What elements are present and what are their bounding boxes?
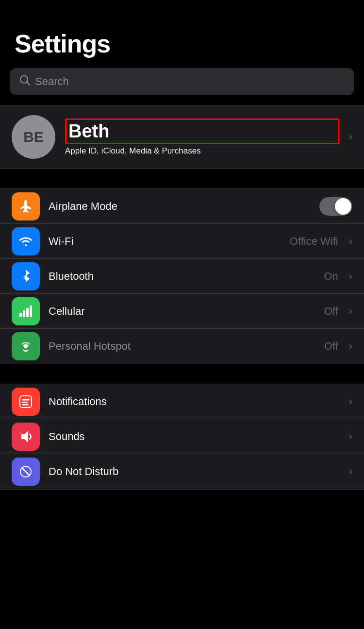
chevron-right-icon: › [349, 131, 352, 143]
cellular-chevron: › [349, 305, 352, 318]
hotspot-label: Personal Hotspot [49, 340, 315, 353]
notifications-label: Notifications [49, 395, 340, 408]
avatar: BE [12, 115, 55, 159]
connectivity-group: Airplane Mode Wi-Fi Office Wifi › [0, 188, 364, 364]
notifications-icon [12, 388, 40, 416]
settings-page: Settings Search BE Beth Apple ID, iCloud… [0, 0, 364, 490]
cellular-value: Off [324, 305, 338, 318]
do-not-disturb-icon [12, 458, 40, 486]
do-not-disturb-label: Do Not Disturb [49, 465, 340, 478]
notifications-row[interactable]: Notifications › [0, 384, 364, 419]
profile-name: Beth [65, 119, 339, 144]
page-title: Settings [15, 29, 349, 58]
wifi-value: Office Wifi [290, 235, 338, 248]
section-gap-2 [0, 364, 364, 384]
svg-rect-3 [23, 310, 25, 317]
sounds-chevron: › [349, 430, 352, 443]
cellular-label: Cellular [49, 305, 315, 318]
bluetooth-chevron: › [349, 270, 352, 283]
wifi-icon [12, 227, 40, 255]
svg-rect-12 [22, 404, 29, 406]
notifications-group: Notifications › Sounds › Do Not Disturb … [0, 384, 364, 490]
airplane-mode-toggle[interactable] [319, 197, 352, 216]
header: Settings [0, 0, 364, 68]
svg-line-1 [27, 82, 30, 85]
airplane-mode-icon [12, 192, 40, 221]
airplane-mode-row[interactable]: Airplane Mode [0, 189, 364, 224]
bluetooth-icon [12, 262, 40, 290]
avatar-initials: BE [23, 129, 44, 145]
do-not-disturb-chevron: › [349, 465, 352, 478]
search-container: Search [0, 68, 364, 105]
wifi-chevron: › [349, 235, 352, 248]
hotspot-row[interactable]: Personal Hotspot Off › [0, 329, 364, 364]
hotspot-chevron: › [349, 340, 352, 353]
profile-subtitle: Apple ID, iCloud, Media & Purchases [65, 146, 339, 156]
notifications-chevron: › [349, 395, 352, 408]
airplane-mode-label: Airplane Mode [49, 200, 311, 213]
sounds-label: Sounds [49, 430, 340, 443]
cellular-icon [12, 297, 40, 325]
hotspot-value: Off [324, 340, 338, 353]
wifi-row[interactable]: Wi-Fi Office Wifi › [0, 224, 364, 259]
bluetooth-row[interactable]: Bluetooth On › [0, 259, 364, 294]
sounds-icon [12, 423, 40, 451]
profile-section: BE Beth Apple ID, iCloud, Media & Purcha… [0, 105, 364, 169]
bluetooth-value: On [324, 270, 338, 283]
svg-marker-13 [21, 431, 28, 442]
search-bar[interactable]: Search [10, 68, 354, 95]
airplane-mode-toggle-knob [335, 198, 351, 215]
profile-info: Beth Apple ID, iCloud, Media & Purchases [65, 119, 339, 156]
svg-rect-10 [22, 399, 30, 401]
bluetooth-label: Bluetooth [49, 270, 315, 283]
wifi-label: Wi-Fi [49, 235, 281, 248]
search-icon [19, 75, 30, 88]
hotspot-icon [12, 332, 40, 360]
sounds-row[interactable]: Sounds › [0, 419, 364, 454]
svg-rect-2 [19, 313, 22, 317]
profile-row[interactable]: BE Beth Apple ID, iCloud, Media & Purcha… [0, 105, 364, 169]
do-not-disturb-row[interactable]: Do Not Disturb › [0, 454, 364, 489]
svg-rect-4 [26, 308, 29, 317]
cellular-row[interactable]: Cellular Off › [0, 294, 364, 329]
svg-rect-11 [22, 402, 28, 403]
svg-rect-5 [30, 306, 32, 317]
search-placeholder: Search [35, 75, 69, 88]
section-gap-1 [0, 169, 364, 188]
